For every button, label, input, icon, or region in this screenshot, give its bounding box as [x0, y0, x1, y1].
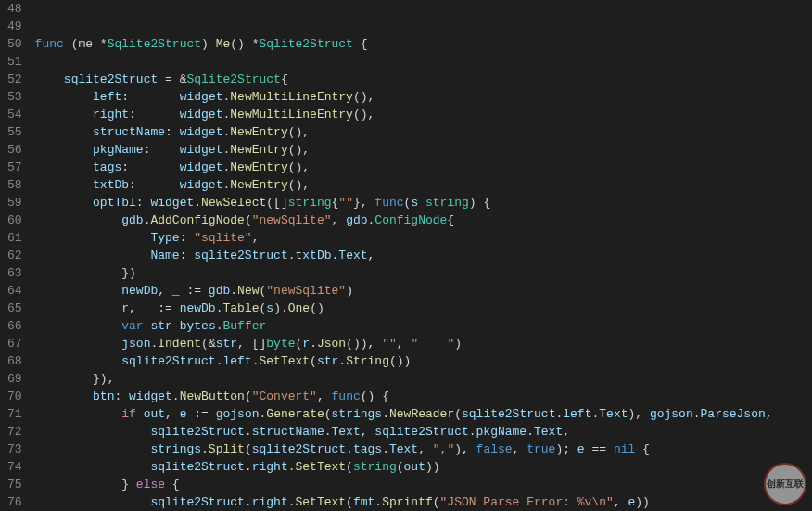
watermark-logo: 创新互联 [764, 463, 806, 505]
code-area[interactable]: func (me *Sqlite2Struct) Me() *Sqlite2St… [35, 0, 812, 511]
token: nil [614, 442, 635, 456]
code-line[interactable]: sqlite2Struct.structName.Text, sqlite2St… [35, 423, 812, 441]
line-number: 71 [7, 405, 22, 423]
token: . [469, 425, 476, 439]
token: left [222, 354, 251, 368]
token: . [346, 442, 353, 456]
token: SetText [296, 460, 347, 474]
code-line[interactable]: sqlite2Struct.right.SetText(string(out)) [35, 458, 812, 476]
token: . [288, 460, 296, 474]
code-line[interactable]: newDb, _ := gdb.New("newSqlite") [35, 282, 812, 300]
token: ) [346, 284, 353, 298]
code-line[interactable]: pkgName: widget.NewEntry(), [35, 141, 812, 159]
token: Sqlite2Struct [186, 72, 280, 86]
token: { [447, 213, 454, 227]
code-line[interactable]: sqlite2Struct.right.SetText(fmt.Sprintf(… [35, 493, 812, 511]
token: pkgName [93, 143, 144, 157]
line-number: 67 [7, 335, 22, 352]
code-line[interactable]: var str bytes.Buffer [35, 317, 812, 335]
code-line[interactable]: Type: "sqlite", [35, 229, 812, 247]
token: s [266, 301, 273, 315]
token: , [513, 442, 527, 456]
token: , [418, 442, 433, 456]
code-line[interactable]: json.Indent(&str, []byte(r.Json()), "", … [35, 335, 812, 352]
token: sqlite2Struct [150, 495, 244, 509]
code-line[interactable]: if out, e := gojson.Generate(strings.New… [35, 405, 812, 423]
token: NewEntry [230, 178, 287, 192]
code-line[interactable]: right: widget.NewMultiLineEntry(), [35, 106, 812, 123]
token: : [129, 178, 180, 192]
token: gdb [121, 213, 143, 227]
line-number: 51 [7, 53, 22, 70]
code-line[interactable]: sqlite2Struct.left.SetText(str.String()) [35, 352, 812, 370]
token: Text [389, 442, 418, 456]
line-number: 58 [7, 176, 22, 194]
token: Buffer [223, 319, 267, 333]
code-line[interactable]: Name: sqlite2Struct.txtDb.Text, [35, 247, 812, 264]
token: , [614, 495, 628, 509]
token: widget [150, 196, 194, 210]
token: (), [288, 160, 310, 174]
token: Type [150, 231, 179, 245]
token: . [245, 425, 252, 439]
token: ( [346, 495, 353, 509]
token: . [230, 284, 237, 298]
token: Sqlite2Struct [108, 37, 201, 51]
token: . [374, 495, 382, 509]
token: "sqlite" [194, 231, 251, 245]
token: widget [129, 390, 172, 403]
token: (), [288, 178, 310, 192]
token: "" [338, 196, 353, 210]
code-line[interactable]: txtDb: widget.NewEntry(), [35, 176, 812, 194]
token: ) { [469, 196, 490, 210]
code-line[interactable] [35, 53, 812, 70]
token: . [324, 425, 332, 439]
line-number: 73 [7, 441, 22, 458]
token: true [527, 442, 555, 456]
token: str [150, 319, 171, 333]
code-line[interactable]: func (me *Sqlite2Struct) Me() *Sqlite2St… [35, 35, 812, 53]
token: = & [158, 72, 186, 86]
token: "," [433, 442, 454, 456]
token: str [216, 337, 237, 351]
token: . [310, 337, 317, 351]
code-line[interactable]: tags: widget.NewEntry(), [35, 159, 812, 176]
token: , _ := [158, 284, 209, 298]
token: }) [121, 266, 136, 280]
token: structName [252, 425, 324, 439]
token: sqlite2Struct [252, 442, 346, 456]
token: (), [288, 143, 310, 157]
code-editor[interactable]: 4849505152535455565758596061626364656667… [0, 0, 812, 511]
code-line[interactable]: strings.Split(sqlite2Struct.tags.Text, "… [35, 441, 812, 458]
code-line[interactable]: structName: widget.NewEntry(), [35, 123, 812, 141]
code-line[interactable]: btn: widget.NewButton("Convert", func() … [35, 388, 812, 405]
token: Split [209, 442, 245, 456]
token: NewEntry [230, 143, 287, 157]
code-line[interactable]: left: widget.NewMultiLineEntry(), [35, 88, 812, 106]
token: { [353, 37, 368, 51]
code-line[interactable]: gdb.AddConfigNode("newSqlite", gdb.Confi… [35, 211, 812, 229]
token: AddConfigNode [150, 213, 244, 227]
code-line[interactable]: optTbl: widget.NewSelect([]string{""}, f… [35, 194, 812, 211]
token: (me * [64, 37, 108, 51]
token: . [245, 495, 252, 509]
code-line[interactable]: r, _ := newDb.Table(s).One() [35, 300, 812, 317]
code-line[interactable]: }), [35, 370, 812, 388]
token: optTbl [93, 196, 136, 210]
code-line[interactable]: } else { [35, 476, 812, 493]
code-line[interactable]: sqlite2Struct = &Sqlite2Struct{ [35, 70, 812, 88]
token: Text [534, 425, 563, 439]
token: , [368, 249, 375, 262]
token: str [317, 354, 338, 368]
line-number: 74 [7, 458, 22, 476]
code-line[interactable]: }) [35, 264, 812, 282]
token: gojson [650, 407, 693, 421]
token: strings [332, 407, 383, 421]
token: , _ := [129, 301, 180, 315]
token: out [144, 407, 165, 421]
token: ), [628, 407, 650, 421]
token: ( [310, 354, 317, 368]
token: , [766, 407, 773, 421]
token: : [180, 249, 195, 262]
token: Table [222, 301, 259, 315]
